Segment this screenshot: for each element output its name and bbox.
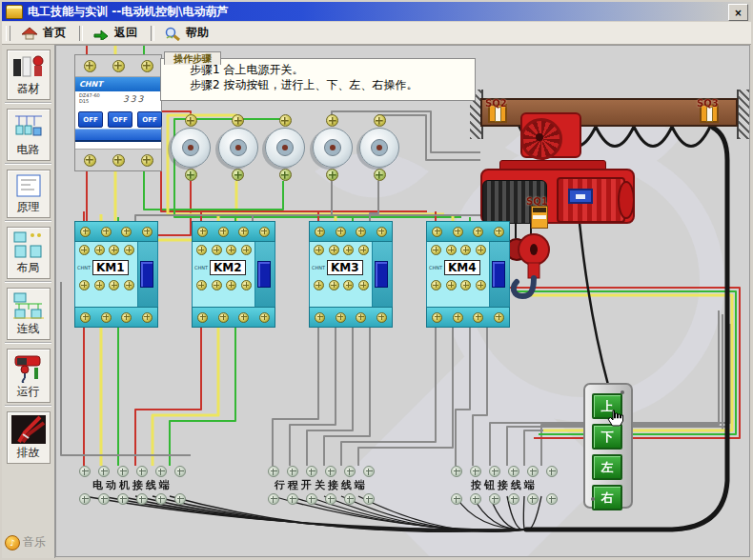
sidebar-item-wiring[interactable]: 连线 (7, 288, 51, 340)
breaker-switch[interactable]: OFF (108, 111, 132, 128)
contactor-km4[interactable]: CHNT KM4 (426, 221, 510, 328)
sidebar-item-equipment[interactable]: 器材 (7, 50, 51, 100)
sidebar-item-run[interactable]: 运行 (7, 349, 51, 403)
terminal-dot[interactable] (121, 312, 132, 323)
terminal-dot[interactable] (287, 466, 298, 477)
terminal-dot[interactable] (232, 114, 244, 127)
breaker-switch[interactable]: OFF (78, 111, 103, 128)
terminal-dot[interactable] (473, 312, 483, 323)
terminal-dot[interactable] (279, 114, 292, 127)
terminal-dot[interactable] (141, 154, 153, 167)
terminal-dot[interactable] (197, 312, 208, 323)
terminal-dot[interactable] (142, 227, 153, 237)
terminal-dot[interactable] (185, 169, 197, 181)
pendant-button-left[interactable]: 左 (592, 454, 622, 480)
terminal-dot[interactable] (336, 312, 346, 323)
terminal-dot[interactable] (98, 466, 110, 477)
fuse[interactable] (358, 114, 400, 181)
terminal-dot[interactable] (356, 312, 366, 323)
contactor-button[interactable] (257, 261, 271, 288)
terminal-dot[interactable] (326, 114, 338, 127)
terminal-dot[interactable] (489, 466, 500, 477)
terminal-dot[interactable] (325, 493, 336, 505)
terminal-dot[interactable] (279, 169, 292, 181)
circuit-breaker[interactable]: CHNT DZ47-60D15 333 OFF OFF OFF (74, 54, 162, 171)
terminal-dot[interactable] (489, 493, 500, 505)
terminal-dot[interactable] (117, 493, 129, 505)
close-button[interactable]: × (728, 4, 748, 21)
terminal-dot[interactable] (546, 466, 558, 477)
contactor-km1[interactable]: CHNT KM1 (74, 221, 158, 328)
terminal-dot[interactable] (98, 493, 110, 505)
terminal-dot[interactable] (136, 466, 148, 477)
contactor-button[interactable] (375, 261, 388, 288)
terminal-dot[interactable] (306, 466, 317, 477)
terminal-dot[interactable] (315, 312, 325, 323)
fuse[interactable] (312, 114, 354, 181)
terminal-dot[interactable] (363, 493, 375, 505)
terminal-dot[interactable] (80, 312, 91, 323)
terminal-dot[interactable] (432, 312, 442, 323)
contactor-km3[interactable]: CHNT KM3 (309, 221, 393, 328)
terminal-dot[interactable] (80, 227, 91, 237)
terminal-dot[interactable] (325, 466, 336, 477)
terminal-dot[interactable] (470, 466, 481, 477)
terminal-dot[interactable] (185, 114, 197, 127)
terminal-dot[interactable] (374, 169, 386, 181)
terminal-dot[interactable] (494, 312, 504, 323)
terminal-dot[interactable] (232, 169, 244, 181)
terminal-dot[interactable] (155, 466, 167, 477)
terminal-dot[interactable] (112, 154, 125, 167)
pendant-button-right[interactable]: 右 (592, 485, 622, 510)
terminal-dot[interactable] (336, 227, 346, 237)
terminal-dot[interactable] (508, 493, 519, 505)
limit-switch-sq1[interactable] (531, 206, 548, 229)
terminal-dot[interactable] (218, 227, 229, 237)
terminal-dot[interactable] (527, 466, 539, 477)
contactor-button[interactable] (492, 261, 505, 288)
terminal-dot[interactable] (494, 227, 504, 237)
terminal-dot[interactable] (101, 312, 112, 323)
terminal-dot[interactable] (470, 493, 481, 505)
terminal-dot[interactable] (259, 227, 270, 237)
terminal-dot[interactable] (197, 227, 208, 237)
terminal-dot[interactable] (344, 493, 356, 505)
music-toggle[interactable]: ♪ 音乐 (5, 534, 51, 550)
home-button[interactable]: 首页 (15, 23, 75, 43)
terminal-dot[interactable] (356, 227, 366, 237)
terminal-dot[interactable] (363, 466, 375, 477)
sidebar-item-troubleshoot[interactable]: 排故 (7, 411, 51, 464)
terminal-dot[interactable] (101, 227, 112, 237)
sidebar-item-principle[interactable]: 原理 (7, 170, 51, 218)
terminal-dot[interactable] (287, 493, 298, 505)
terminal-dot[interactable] (451, 466, 462, 477)
terminal-dot[interactable] (268, 466, 279, 477)
terminal-dot[interactable] (117, 466, 129, 477)
fuse[interactable] (264, 114, 306, 181)
terminal-dot[interactable] (79, 466, 91, 477)
sidebar-item-layout[interactable]: 布局 (7, 227, 51, 279)
terminal-dot[interactable] (268, 493, 279, 505)
terminal-dot[interactable] (315, 227, 325, 237)
terminal-dot[interactable] (218, 312, 229, 323)
terminal-dot[interactable] (376, 312, 387, 323)
breaker-toggle-bar[interactable] (75, 129, 161, 142)
terminal-dot[interactable] (451, 493, 462, 505)
terminal-dot[interactable] (141, 60, 153, 72)
fuse[interactable] (217, 114, 259, 181)
fuse[interactable] (170, 114, 212, 181)
sidebar-item-circuit[interactable]: 电路 (7, 109, 51, 161)
terminal-dot[interactable] (508, 466, 519, 477)
terminal-dot[interactable] (527, 493, 539, 505)
terminal-dot[interactable] (432, 227, 442, 237)
terminal-dot[interactable] (238, 312, 249, 323)
terminal-dot[interactable] (142, 312, 153, 323)
terminal-dot[interactable] (374, 114, 386, 127)
terminal-dot[interactable] (174, 493, 186, 505)
terminal-dot[interactable] (79, 493, 91, 505)
terminal-dot[interactable] (136, 493, 148, 505)
terminal-dot[interactable] (259, 312, 270, 323)
help-button[interactable]: 帮助 (158, 23, 218, 43)
terminal-dot[interactable] (112, 60, 125, 72)
terminal-dot[interactable] (306, 493, 317, 505)
